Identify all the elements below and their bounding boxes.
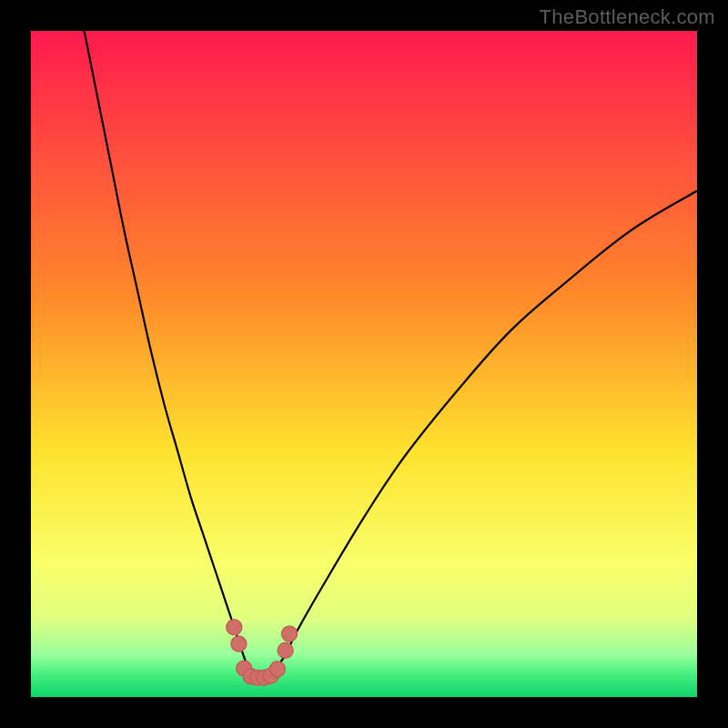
watermark-text: TheBottleneck.com [540,5,715,29]
chart-frame: TheBottleneck.com [0,0,728,728]
marker-point [278,642,293,658]
marker-point [269,662,285,677]
chart-svg [31,31,697,697]
plot-area [31,31,697,697]
marker-point [282,626,298,642]
marker-point [231,636,247,652]
marker-point [227,620,242,635]
gradient-background [31,31,697,697]
